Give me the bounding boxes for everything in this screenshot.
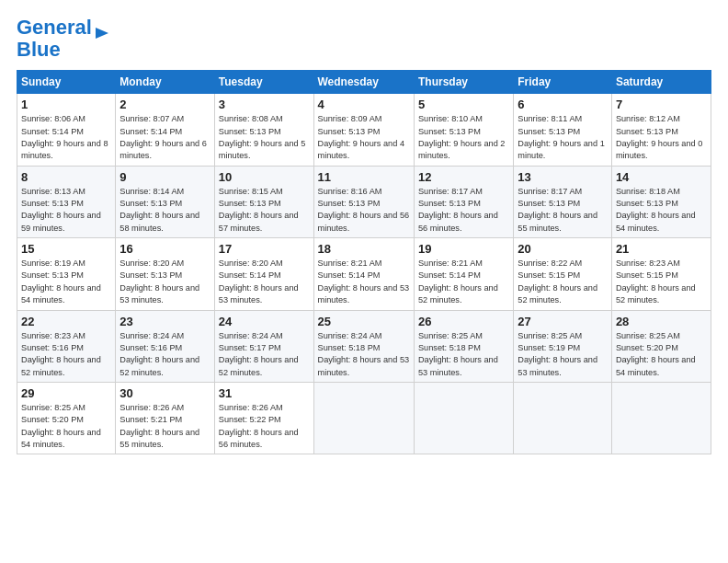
col-wednesday: Wednesday bbox=[313, 71, 414, 94]
day-detail: Sunrise: 8:21 AMSunset: 5:14 PMDaylight:… bbox=[418, 259, 498, 304]
table-row: 7 Sunrise: 8:12 AMSunset: 5:13 PMDayligh… bbox=[611, 94, 711, 166]
day-detail: Sunrise: 8:17 AMSunset: 5:13 PMDaylight:… bbox=[418, 187, 498, 233]
day-number: 21 bbox=[616, 242, 707, 256]
table-row: 27 Sunrise: 8:25 AMSunset: 5:19 PMDaylig… bbox=[514, 310, 612, 382]
day-number: 24 bbox=[219, 315, 310, 328]
table-row: 1 Sunrise: 8:06 AMSunset: 5:14 PMDayligh… bbox=[17, 94, 116, 166]
day-number: 19 bbox=[418, 242, 509, 256]
day-number: 10 bbox=[219, 170, 310, 184]
day-number: 17 bbox=[219, 242, 310, 256]
day-number: 18 bbox=[318, 242, 410, 256]
day-number: 8 bbox=[21, 170, 111, 184]
day-detail: Sunrise: 8:06 AMSunset: 5:14 PMDaylight:… bbox=[21, 114, 108, 160]
logo: General Blue bbox=[17, 17, 110, 61]
day-detail: Sunrise: 8:23 AMSunset: 5:15 PMDaylight:… bbox=[616, 259, 696, 304]
day-number: 27 bbox=[518, 315, 608, 328]
logo-text: General Blue bbox=[17, 17, 92, 61]
col-monday: Monday bbox=[116, 71, 214, 94]
day-number: 29 bbox=[21, 386, 111, 400]
table-row: 16 Sunrise: 8:20 AMSunset: 5:13 PMDaylig… bbox=[116, 238, 214, 310]
day-detail: Sunrise: 8:24 AMSunset: 5:17 PMDaylight:… bbox=[219, 331, 299, 377]
day-number: 15 bbox=[21, 242, 111, 256]
day-detail: Sunrise: 8:11 AMSunset: 5:13 PMDaylight:… bbox=[518, 114, 605, 160]
table-row: 6 Sunrise: 8:11 AMSunset: 5:13 PMDayligh… bbox=[514, 94, 612, 166]
day-detail: Sunrise: 8:17 AMSunset: 5:13 PMDaylight:… bbox=[518, 187, 597, 233]
table-row: 30 Sunrise: 8:26 AMSunset: 5:21 PMDaylig… bbox=[116, 382, 214, 454]
logo-blue: Blue bbox=[17, 38, 61, 61]
table-row: 10 Sunrise: 8:15 AMSunset: 5:13 PMDaylig… bbox=[214, 166, 313, 237]
day-detail: Sunrise: 8:10 AMSunset: 5:13 PMDaylight:… bbox=[418, 114, 506, 160]
day-number: 7 bbox=[616, 98, 707, 111]
day-number: 12 bbox=[418, 170, 509, 184]
table-row: 20 Sunrise: 8:22 AMSunset: 5:15 PMDaylig… bbox=[514, 238, 612, 310]
day-number: 13 bbox=[518, 170, 608, 184]
day-detail: Sunrise: 8:26 AMSunset: 5:22 PMDaylight:… bbox=[219, 403, 299, 449]
day-number: 5 bbox=[418, 98, 509, 111]
day-detail: Sunrise: 8:21 AMSunset: 5:14 PMDaylight:… bbox=[318, 259, 410, 304]
calendar-page: General Blue Sunday Monday Tuesday Wedne… bbox=[0, 0, 728, 563]
col-friday: Friday bbox=[514, 71, 612, 94]
table-row: 15 Sunrise: 8:19 AMSunset: 5:13 PMDaylig… bbox=[17, 238, 116, 310]
day-detail: Sunrise: 8:07 AMSunset: 5:14 PMDaylight:… bbox=[119, 114, 207, 160]
day-detail: Sunrise: 8:20 AMSunset: 5:14 PMDaylight:… bbox=[219, 259, 299, 304]
day-number: 6 bbox=[518, 98, 608, 111]
table-row: 5 Sunrise: 8:10 AMSunset: 5:13 PMDayligh… bbox=[414, 94, 513, 166]
table-row: 13 Sunrise: 8:17 AMSunset: 5:13 PMDaylig… bbox=[514, 166, 612, 237]
table-row: 25 Sunrise: 8:24 AMSunset: 5:18 PMDaylig… bbox=[313, 310, 414, 382]
day-number: 2 bbox=[119, 98, 210, 111]
table-row: 11 Sunrise: 8:16 AMSunset: 5:13 PMDaylig… bbox=[313, 166, 414, 237]
day-number: 11 bbox=[318, 170, 410, 184]
table-row: 12 Sunrise: 8:17 AMSunset: 5:13 PMDaylig… bbox=[414, 166, 513, 237]
day-detail: Sunrise: 8:13 AMSunset: 5:13 PMDaylight:… bbox=[21, 187, 101, 233]
day-detail: Sunrise: 8:26 AMSunset: 5:21 PMDaylight:… bbox=[119, 403, 199, 449]
header: General Blue bbox=[17, 17, 711, 61]
day-detail: Sunrise: 8:25 AMSunset: 5:20 PMDaylight:… bbox=[616, 331, 696, 377]
table-row: 31 Sunrise: 8:26 AMSunset: 5:22 PMDaylig… bbox=[214, 382, 313, 454]
day-detail: Sunrise: 8:18 AMSunset: 5:13 PMDaylight:… bbox=[616, 187, 696, 233]
table-row: 9 Sunrise: 8:14 AMSunset: 5:13 PMDayligh… bbox=[116, 166, 214, 237]
day-detail: Sunrise: 8:25 AMSunset: 5:18 PMDaylight:… bbox=[418, 331, 498, 377]
day-detail: Sunrise: 8:20 AMSunset: 5:13 PMDaylight:… bbox=[119, 259, 199, 304]
day-number: 1 bbox=[21, 98, 111, 111]
day-detail: Sunrise: 8:24 AMSunset: 5:16 PMDaylight:… bbox=[119, 331, 199, 377]
day-detail: Sunrise: 8:23 AMSunset: 5:16 PMDaylight:… bbox=[21, 331, 101, 377]
day-number: 3 bbox=[219, 98, 310, 111]
col-thursday: Thursday bbox=[414, 71, 513, 94]
logo-arrow-icon bbox=[94, 25, 110, 41]
day-number: 22 bbox=[21, 315, 111, 328]
calendar-table: Sunday Monday Tuesday Wednesday Thursday… bbox=[17, 70, 711, 454]
day-detail: Sunrise: 8:14 AMSunset: 5:13 PMDaylight:… bbox=[119, 187, 199, 233]
day-number: 30 bbox=[119, 386, 210, 400]
table-row: 19 Sunrise: 8:21 AMSunset: 5:14 PMDaylig… bbox=[414, 238, 513, 310]
table-row: 22 Sunrise: 8:23 AMSunset: 5:16 PMDaylig… bbox=[17, 310, 116, 382]
table-row bbox=[514, 382, 612, 454]
table-row: 4 Sunrise: 8:09 AMSunset: 5:13 PMDayligh… bbox=[313, 94, 414, 166]
day-number: 20 bbox=[518, 242, 608, 256]
day-number: 26 bbox=[418, 315, 509, 328]
day-number: 25 bbox=[318, 315, 410, 328]
table-row bbox=[611, 382, 711, 454]
day-detail: Sunrise: 8:16 AMSunset: 5:13 PMDaylight:… bbox=[318, 187, 410, 233]
col-tuesday: Tuesday bbox=[214, 71, 313, 94]
table-row: 14 Sunrise: 8:18 AMSunset: 5:13 PMDaylig… bbox=[611, 166, 711, 237]
day-detail: Sunrise: 8:22 AMSunset: 5:15 PMDaylight:… bbox=[518, 259, 597, 304]
table-row: 26 Sunrise: 8:25 AMSunset: 5:18 PMDaylig… bbox=[414, 310, 513, 382]
table-row: 17 Sunrise: 8:20 AMSunset: 5:14 PMDaylig… bbox=[214, 238, 313, 310]
day-number: 9 bbox=[119, 170, 210, 184]
day-number: 23 bbox=[119, 315, 210, 328]
svg-marker-0 bbox=[96, 28, 108, 39]
table-row: 23 Sunrise: 8:24 AMSunset: 5:16 PMDaylig… bbox=[116, 310, 214, 382]
day-detail: Sunrise: 8:12 AMSunset: 5:13 PMDaylight:… bbox=[616, 114, 703, 160]
day-detail: Sunrise: 8:24 AMSunset: 5:18 PMDaylight:… bbox=[318, 331, 410, 377]
day-detail: Sunrise: 8:25 AMSunset: 5:20 PMDaylight:… bbox=[21, 403, 101, 449]
table-row bbox=[313, 382, 414, 454]
day-detail: Sunrise: 8:19 AMSunset: 5:13 PMDaylight:… bbox=[21, 259, 101, 304]
day-detail: Sunrise: 8:09 AMSunset: 5:13 PMDaylight:… bbox=[318, 114, 405, 160]
day-number: 28 bbox=[616, 315, 707, 328]
col-saturday: Saturday bbox=[611, 71, 711, 94]
table-row: 29 Sunrise: 8:25 AMSunset: 5:20 PMDaylig… bbox=[17, 382, 116, 454]
table-row: 18 Sunrise: 8:21 AMSunset: 5:14 PMDaylig… bbox=[313, 238, 414, 310]
day-number: 31 bbox=[219, 386, 310, 400]
table-row bbox=[414, 382, 513, 454]
day-detail: Sunrise: 8:25 AMSunset: 5:19 PMDaylight:… bbox=[518, 331, 597, 377]
